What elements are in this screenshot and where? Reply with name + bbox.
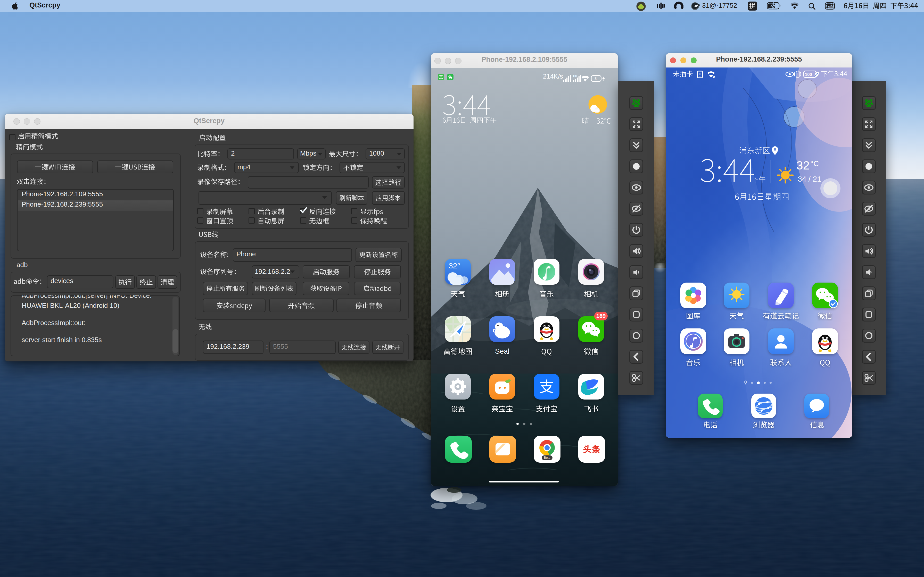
svg-text:3: 3	[594, 76, 596, 81]
svg-text:100: 100	[805, 72, 812, 77]
svg-text:HD: HD	[573, 74, 577, 77]
